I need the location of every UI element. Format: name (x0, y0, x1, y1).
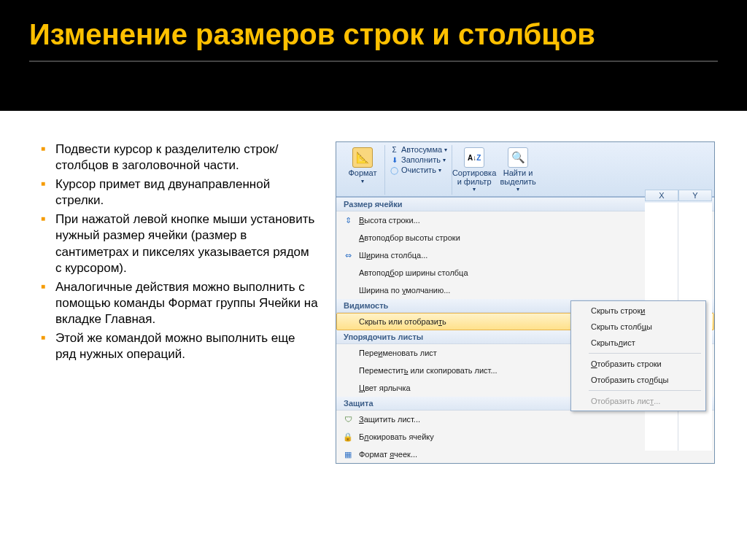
submenu-show-cols[interactable]: Отобразить столбцы (573, 372, 704, 388)
find-select-button[interactable]: 🔍 Найти и выделить ▾ (500, 145, 535, 195)
chevron-down-icon: ▾ (443, 157, 446, 163)
binoculars-icon: 🔍 (508, 147, 528, 168)
separator (589, 390, 701, 391)
fill-button[interactable]: ⬇Заполнить ▾ (390, 155, 447, 164)
column-headers: X Y (645, 190, 712, 201)
chevron-down-icon: ▾ (516, 186, 519, 192)
submenu-hide-cols[interactable]: Скрыть столбцы (573, 319, 704, 335)
fill-down-icon: ⬇ (390, 155, 399, 164)
submenu-hide-sheet[interactable]: Скрыть лист (573, 335, 704, 351)
bullet-item: Этой же командой можно выполнить еще ряд… (41, 330, 318, 363)
bullet-item: Аналогичные действия можно выполнить с п… (41, 279, 318, 328)
col-width-icon: ⇔ (341, 249, 355, 261)
lock-icon: 🔒 (341, 431, 355, 443)
col-header-y[interactable]: Y (678, 190, 712, 201)
clear-button[interactable]: ◯Очистить ▾ (390, 166, 447, 174)
col-header-x[interactable]: X (645, 190, 678, 201)
submenu-show-sheet: Отобразить лист... (573, 393, 704, 409)
autosum-label: Автосумма (401, 145, 442, 154)
autosum-button[interactable]: ΣАвтосумма ▾ (390, 145, 447, 154)
chevron-down-icon: ▾ (438, 167, 441, 174)
find-label: Найти и выделить (500, 169, 535, 186)
ribbon: 📐 Формат ▾ ΣАвтосумма ▾ ⬇Заполнить ▾ ◯Оч… (336, 142, 714, 197)
slide: Изменение размеров строк и столбцов Подв… (0, 0, 747, 560)
separator (589, 353, 701, 354)
shield-icon: 🛡 (341, 413, 355, 425)
format-cells-icon: ▦ (341, 448, 355, 460)
bullet-item: Подвести курсор к разделителю строк/стол… (41, 141, 318, 174)
eraser-icon: ◯ (390, 166, 399, 174)
format-label: Формат (348, 169, 376, 178)
divider (29, 61, 718, 62)
sort-filter-button[interactable]: A↓Z Сортировка и фильтр ▾ (457, 145, 492, 195)
submenu-hide-rows[interactable]: Скрыть строки (573, 303, 704, 319)
format-icon: 📐 (352, 147, 373, 168)
submenu-show-rows[interactable]: Отобразить строки (573, 356, 704, 372)
fill-label: Заполнить (401, 155, 441, 164)
hide-show-submenu: Скрыть строки Скрыть столбцы Скрыть лист… (570, 300, 706, 411)
sigma-icon: Σ (390, 145, 399, 154)
chevron-down-icon: ▾ (473, 186, 476, 192)
clear-label: Очистить (401, 166, 436, 174)
slide-header: Изменение размеров строк и столбцов (0, 0, 747, 58)
slide-title: Изменение размеров строк и столбцов (29, 18, 718, 52)
sort-label: Сортировка и фильтр (452, 169, 496, 186)
row-height-icon: ⇕ (341, 214, 355, 226)
excel-screenshot: 📐 Формат ▾ ΣАвтосумма ▾ ⬇Заполнить ▾ ◯Оч… (336, 141, 715, 464)
format-button[interactable]: 📐 Формат ▾ (345, 145, 380, 187)
bullet-list: Подвести курсор к разделителю строк/стол… (41, 141, 318, 363)
sort-icon: A↓Z (464, 147, 484, 168)
bullet-item: Курсор примет вид двунаправленной стрелк… (41, 176, 318, 209)
chevron-down-icon: ▾ (361, 178, 364, 184)
slide-body: Подвести курсор к разделителю строк/стол… (0, 111, 747, 560)
bullet-item: При нажатой левой кнопке мыши установить… (41, 211, 318, 277)
bullet-list-area: Подвести курсор к разделителю строк/стол… (41, 141, 318, 464)
chevron-down-icon: ▾ (444, 147, 447, 153)
